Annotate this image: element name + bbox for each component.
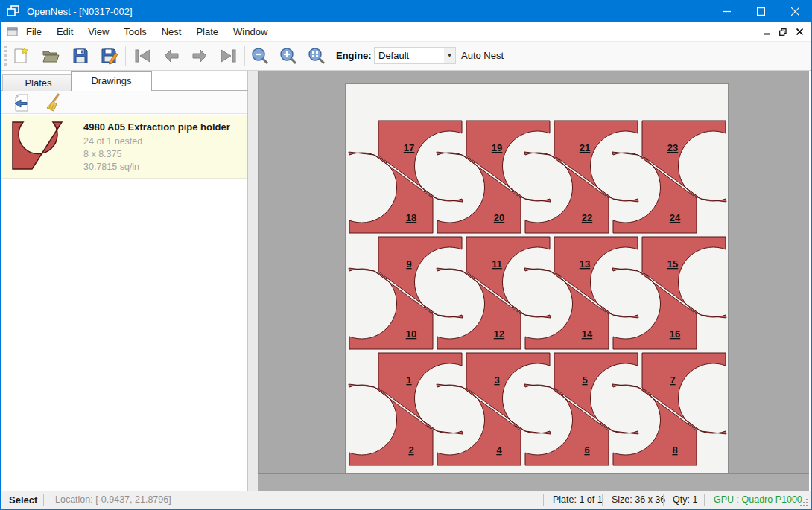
engine-label: Engine: [336, 50, 372, 61]
canvas-scroll-strip[interactable] [258, 473, 809, 491]
maximize-button[interactable] [743, 0, 778, 22]
status-location: Location: [-0.9437, 21.8796] [55, 494, 171, 505]
part-number: 2 [408, 444, 413, 456]
combo-dropdown-icon[interactable]: ▼ [444, 48, 455, 63]
first-plate-button[interactable] [133, 45, 153, 66]
new-document-icon [12, 47, 30, 65]
part-number: 11 [492, 258, 502, 270]
status-bar: Select Location: [-0.9437, 21.8796] Plat… [1, 491, 811, 509]
menu-nest[interactable]: Nest [154, 22, 189, 41]
engine-combobox[interactable]: Default ▼ [374, 47, 456, 64]
drawing-nested-count: 24 of 1 nested [83, 136, 142, 147]
part-number: 19 [492, 142, 502, 153]
engine-selected-value: Default [378, 50, 444, 61]
menu-window[interactable]: Window [226, 22, 275, 41]
part-number: 4 [496, 444, 502, 456]
title-bar: OpenNest - [N0317-002] [0, 0, 812, 22]
toolbar-separator [39, 95, 39, 110]
zoom-in-icon [279, 46, 298, 66]
previous-arrow-icon [162, 48, 181, 64]
mdi-restore-button[interactable] [775, 25, 791, 39]
plate[interactable]: 17 18 19 20 21 22 23 24 [345, 83, 729, 482]
document-back-arrow-icon [13, 93, 32, 112]
save-icon [72, 47, 89, 65]
mdi-restore-icon [779, 28, 787, 36]
status-mode: Select [9, 494, 37, 506]
zoom-fit-icon [307, 46, 326, 66]
zoom-out-button[interactable] [250, 45, 270, 66]
status-qty: Qty: 1 [673, 494, 697, 505]
window-border [0, 22, 1, 510]
app-window: OpenNest - [N0317-002] File Edit View To… [0, 0, 812, 510]
resize-grip[interactable] [799, 497, 808, 506]
close-icon [791, 7, 799, 16]
auto-nest-button[interactable]: Auto Nest [461, 50, 504, 61]
zoom-fit-button[interactable] [306, 45, 327, 66]
save-as-icon [101, 47, 118, 65]
menu-view[interactable]: View [80, 22, 116, 41]
close-button[interactable] [778, 0, 812, 22]
save-as-button[interactable] [99, 45, 120, 66]
last-arrow-icon [218, 48, 238, 64]
first-arrow-icon [133, 48, 153, 64]
part-number: 21 [580, 142, 590, 153]
return-part-button[interactable] [12, 92, 33, 112]
part-number: 1 [406, 374, 411, 386]
part-number: 20 [494, 212, 504, 223]
zoom-out-icon [250, 46, 270, 66]
status-separator [704, 494, 705, 506]
window-title: OpenNest - [N0317-002] [27, 6, 133, 17]
toolbar-grip[interactable] [4, 46, 7, 66]
main-toolbar: Engine: Default ▼ Auto Nest [1, 42, 811, 71]
part-number: 23 [667, 142, 678, 153]
part-number: 14 [582, 328, 593, 340]
mdi-close-button[interactable] [791, 25, 808, 39]
minimize-button[interactable] [709, 0, 743, 22]
part-number: 24 [670, 212, 681, 223]
toolbar-separator [125, 46, 126, 66]
drawing-title: 4980 A05 Extraction pipe holder [83, 121, 230, 133]
new-button[interactable] [10, 45, 31, 66]
tab-drawings-label: Drawings [91, 75, 131, 86]
drawing-list-item[interactable]: 4980 A05 Extraction pipe holder 24 of 1 … [1, 115, 247, 179]
previous-plate-button[interactable] [161, 45, 182, 66]
part-number: 10 [406, 328, 416, 340]
status-separator [543, 494, 544, 506]
menu-tools[interactable]: Tools [116, 22, 153, 41]
status-gpu: GPU : Quadro P1000 [714, 494, 802, 505]
part-number: 17 [404, 142, 414, 153]
last-plate-button[interactable] [218, 45, 238, 66]
app-icon [7, 5, 20, 17]
save-button[interactable] [70, 45, 91, 66]
mdi-minimize-button[interactable] [758, 25, 775, 39]
caption-buttons [709, 0, 812, 22]
part-number: 22 [582, 212, 592, 223]
sidebar: Plates Drawings [1, 71, 248, 491]
part-number: 15 [667, 258, 678, 270]
part-number: 13 [580, 258, 590, 270]
splitter[interactable] [248, 71, 258, 491]
tab-drawings[interactable]: Drawings [71, 71, 152, 91]
tab-plates[interactable]: Plates [2, 74, 74, 91]
drawing-area: 30.7815 sq/in [83, 162, 139, 172]
status-plate: Plate: 1 of 1 [553, 494, 603, 505]
status-separator [43, 494, 44, 506]
scroll-strip-divider [343, 474, 343, 491]
clear-nest-button[interactable] [43, 92, 64, 112]
menu-plate[interactable]: Plate [188, 22, 226, 41]
open-button[interactable] [40, 45, 61, 66]
next-plate-button[interactable] [189, 45, 210, 66]
part-number: 9 [406, 258, 411, 270]
nest-canvas[interactable]: 17 18 19 20 21 22 23 24 [258, 71, 809, 473]
drawings-toolbar [1, 91, 247, 114]
mdi-window-buttons [758, 22, 808, 41]
part-number: 5 [582, 374, 587, 386]
part-thumbnail [12, 121, 63, 170]
zoom-in-button[interactable] [278, 45, 299, 66]
toolbar-separator [244, 46, 245, 66]
menu-file[interactable]: File [19, 22, 49, 41]
menu-edit[interactable]: Edit [49, 22, 80, 41]
part-number: 7 [670, 374, 675, 386]
document-window-icon[interactable] [7, 27, 19, 37]
mdi-minimize-icon [764, 28, 770, 35]
